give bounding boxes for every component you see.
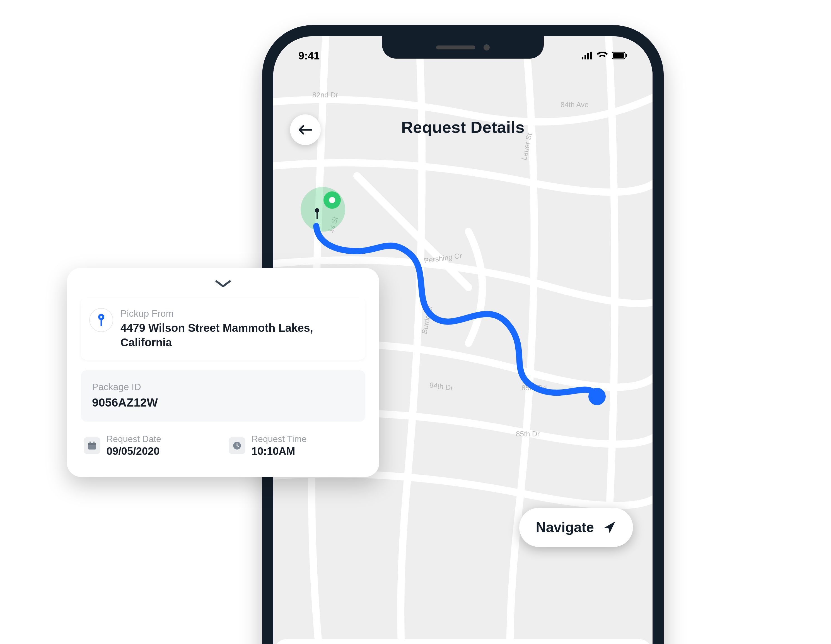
svg-rect-2 — [587, 53, 589, 59]
svg-rect-16 — [94, 442, 94, 444]
request-date-label: Request Date — [107, 434, 161, 444]
page-title: Request Details — [273, 118, 653, 136]
route-end-marker — [588, 388, 606, 405]
svg-rect-15 — [89, 442, 91, 444]
calendar-icon — [84, 437, 100, 454]
details-card: Pickup From 4479 Wilson Street Mammoth L… — [67, 268, 379, 477]
request-date-value: 09/05/2020 — [107, 445, 161, 457]
navigate-button[interactable]: Navigate — [519, 508, 633, 547]
package-id-block: Package ID 9056AZ12W — [81, 370, 365, 422]
svg-rect-5 — [613, 53, 624, 58]
svg-point-12 — [100, 316, 102, 318]
chevron-down-icon[interactable] — [81, 279, 365, 290]
svg-rect-14 — [88, 443, 96, 445]
navigate-arrow-icon — [602, 520, 616, 534]
wifi-icon — [597, 50, 608, 62]
svg-rect-0 — [582, 57, 583, 59]
svg-point-7 — [315, 208, 319, 213]
phone-notch — [382, 36, 544, 59]
pin-icon — [89, 308, 113, 332]
clock-icon — [229, 437, 245, 454]
pickup-block: Pickup From 4479 Wilson Street Mammoth L… — [81, 298, 365, 360]
bottom-sheet[interactable]: Enroute Pickup From 4479 Wilson Street M… — [273, 639, 653, 644]
svg-rect-1 — [584, 55, 586, 59]
pickup-address: 4479 Wilson Street Mammoth Lakes, Califo… — [121, 320, 357, 350]
meta-row: Request Date 09/05/2020 Request Time 10:… — [81, 434, 365, 457]
request-date-item: Request Date 09/05/2020 — [84, 434, 218, 457]
route-start-pin-icon — [314, 208, 320, 220]
svg-rect-6 — [626, 54, 627, 57]
package-id-label: Package ID — [92, 381, 354, 392]
cellular-icon — [582, 50, 593, 62]
request-time-item: Request Time 10:10AM — [229, 434, 363, 457]
navigate-label: Navigate — [536, 519, 594, 536]
back-button[interactable] — [290, 115, 321, 145]
pickup-label: Pickup From — [121, 308, 357, 319]
status-time: 9:41 — [298, 50, 320, 62]
arrow-left-icon — [298, 124, 312, 135]
svg-rect-3 — [590, 52, 592, 59]
route-start-marker — [323, 191, 341, 209]
battery-icon — [612, 50, 627, 62]
package-id-value: 9056AZ12W — [92, 395, 354, 410]
request-time-label: Request Time — [252, 434, 306, 444]
request-time-value: 10:10AM — [252, 445, 306, 457]
